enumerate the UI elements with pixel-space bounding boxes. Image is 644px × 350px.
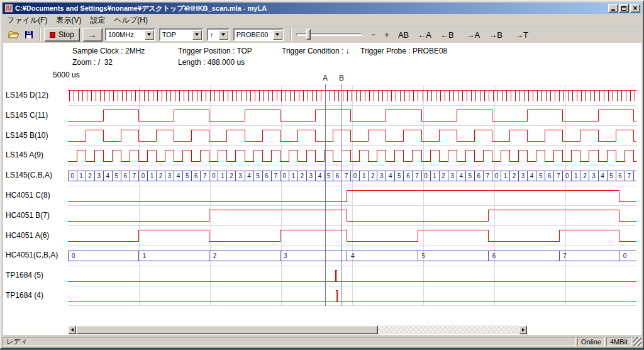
menu-settings[interactable]: 設定: [86, 14, 109, 26]
maximize-button[interactable]: [619, 4, 629, 13]
svg-text:0: 0: [495, 172, 499, 179]
svg-text:3: 3: [284, 252, 287, 259]
svg-text:2: 2: [583, 172, 587, 179]
svg-text:5: 5: [256, 172, 260, 179]
goto-b-left-button[interactable]: ←B: [437, 29, 457, 41]
goto-b-right-button[interactable]: →B: [486, 29, 506, 41]
svg-text:2: 2: [301, 172, 304, 179]
sample-clock-info: Sample Clock : 2MHz: [72, 47, 145, 55]
channel-label[interactable]: TP1684 (5): [6, 271, 43, 279]
probe-select[interactable]: PROBE00: [233, 28, 284, 41]
svg-text:3: 3: [168, 172, 172, 179]
resize-grip[interactable]: [633, 337, 641, 346]
minimize-button[interactable]: [608, 4, 618, 13]
svg-text:5: 5: [609, 172, 613, 179]
svg-text:6: 6: [194, 172, 198, 179]
svg-text:1: 1: [221, 172, 225, 179]
open-button[interactable]: [6, 28, 21, 42]
menu-view[interactable]: 表示(V): [52, 14, 86, 26]
svg-text:3: 3: [521, 172, 525, 179]
svg-text:A: A: [323, 74, 328, 82]
svg-text:7: 7: [415, 172, 419, 179]
channel-label[interactable]: HC4051 B(7): [6, 211, 50, 220]
menu-help[interactable]: ヘルプ(H): [109, 14, 152, 26]
svg-text:5: 5: [539, 172, 543, 179]
chevron-down-icon: [275, 33, 279, 38]
svg-text:7: 7: [486, 172, 490, 179]
svg-text:2: 2: [230, 172, 233, 179]
titlebar[interactable]: C:¥Documents and Settings¥noname¥デスクトップ¥…: [3, 3, 641, 14]
stop-button[interactable]: Stop: [44, 28, 80, 42]
trigger-position-dropdown[interactable]: [192, 30, 202, 40]
svg-text:1: 1: [291, 172, 295, 179]
trigger-position-select[interactable]: TOP: [159, 28, 203, 41]
svg-text:1: 1: [504, 172, 508, 179]
zoom-in-button[interactable]: +: [381, 29, 392, 41]
ab-button[interactable]: AB: [395, 29, 412, 41]
status-memory: 4MBit: [606, 337, 631, 346]
channel-label[interactable]: LS145 A(9): [6, 150, 43, 159]
svg-text:0: 0: [212, 172, 216, 179]
zoom-info: Zoom : / 32: [72, 58, 113, 67]
channel-label[interactable]: LS145 B(10): [6, 131, 48, 140]
svg-text:6: 6: [492, 252, 496, 259]
svg-text:4: 4: [247, 172, 251, 179]
svg-text:5: 5: [421, 252, 425, 259]
channel-label[interactable]: LS145 C(11): [6, 111, 48, 120]
svg-text:4: 4: [351, 252, 355, 259]
scrollbar-thumb[interactable]: [76, 325, 378, 334]
svg-text:0: 0: [282, 172, 286, 179]
clock-select[interactable]: 100MHz: [105, 28, 155, 41]
svg-text:6: 6: [336, 172, 340, 179]
toolbar-separator: [291, 28, 292, 41]
trigger-edge-select[interactable]: ↑: [207, 28, 230, 41]
svg-text:6: 6: [618, 172, 622, 179]
chevron-down-icon: [195, 33, 199, 38]
svg-text:5: 5: [186, 172, 189, 179]
menu-file[interactable]: ファイル(F): [3, 14, 52, 26]
floppy-icon: [25, 30, 33, 39]
svg-text:3: 3: [309, 172, 313, 179]
channel-label[interactable]: LS145 D(12): [6, 91, 48, 99]
goto-trigger-button[interactable]: →T: [512, 29, 531, 41]
svg-text:3: 3: [380, 172, 384, 179]
svg-text:1: 1: [150, 172, 154, 179]
save-button[interactable]: [21, 28, 36, 42]
menubar: ファイル(F) 表示(V) 設定 ヘルプ(H): [3, 14, 641, 26]
svg-text:6: 6: [406, 172, 410, 179]
channel-label[interactable]: HC4051(C,B,A): [6, 251, 58, 259]
chevron-down-icon: [147, 33, 151, 38]
svg-text:7: 7: [203, 172, 207, 179]
toolbar-separator: [40, 28, 41, 41]
length-info: Length : 488.000 us: [178, 58, 245, 67]
zoom-out-button[interactable]: −: [368, 29, 379, 41]
goto-a-right-button[interactable]: →A: [464, 29, 484, 41]
clock-select-dropdown[interactable]: [145, 30, 154, 40]
trigger-edge-value: ↑: [208, 31, 219, 38]
svg-text:1: 1: [142, 252, 146, 259]
zoom-slider[interactable]: [296, 28, 362, 41]
zoom-slider-thumb[interactable]: [306, 29, 311, 40]
channel-label[interactable]: TP1684 (4): [6, 291, 43, 300]
svg-text:1: 1: [574, 172, 578, 179]
probe-select-dropdown[interactable]: [273, 30, 282, 40]
scroll-right-button[interactable]: [519, 325, 527, 334]
run-button[interactable]: →: [82, 28, 103, 42]
svg-text:0: 0: [70, 172, 74, 179]
goto-a-left-button[interactable]: ←A: [414, 29, 435, 41]
svg-text:0: 0: [72, 252, 75, 259]
trigger-edge-dropdown[interactable]: [219, 30, 228, 40]
svg-text:1: 1: [433, 172, 436, 179]
stop-label: Stop: [58, 30, 74, 39]
waveform-area[interactable]: 0123456701234567012345670123456701234567…: [68, 71, 639, 320]
horizontal-scrollbar[interactable]: [68, 325, 527, 334]
close-button[interactable]: ×: [630, 4, 640, 13]
statusbar: レディ Online 4MBit: [3, 336, 641, 347]
channel-label[interactable]: HC4051 C(8): [6, 191, 50, 200]
svg-text:3: 3: [592, 172, 596, 179]
channel-label[interactable]: LS145(C,B,A): [6, 171, 52, 179]
app-icon: [4, 4, 13, 13]
channel-label[interactable]: HC4051 A(6): [6, 231, 49, 240]
scroll-left-button[interactable]: [68, 325, 76, 334]
trigger-probe-info: Trigger Probe : PROBE08: [360, 47, 447, 55]
